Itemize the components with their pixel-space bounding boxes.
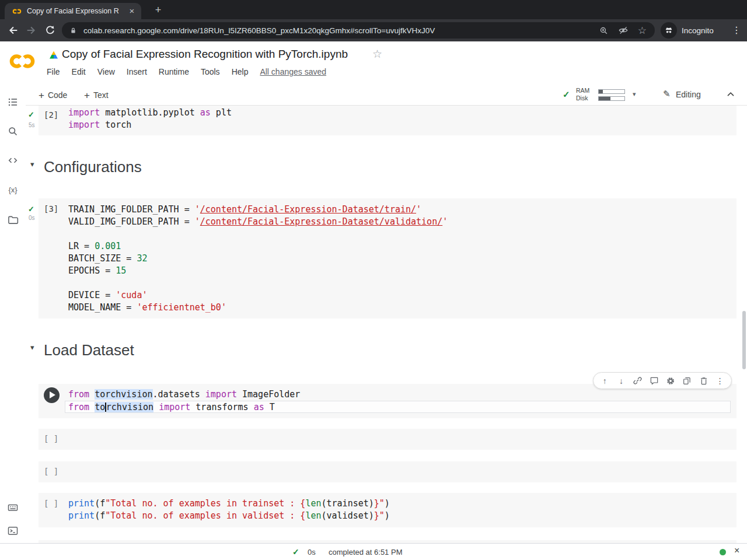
menu-view[interactable]: View bbox=[97, 67, 115, 76]
menu-file[interactable]: File bbox=[47, 67, 60, 76]
execution-count[interactable]: [3] bbox=[44, 204, 58, 214]
collapse-header-icon[interactable] bbox=[725, 89, 736, 100]
add-code-button[interactable]: + Code bbox=[39, 89, 67, 102]
status-message: completed at 6:51 PM bbox=[329, 548, 402, 556]
connection-status-dot bbox=[720, 549, 726, 555]
plus-icon: + bbox=[84, 90, 90, 100]
drive-icon bbox=[49, 50, 58, 60]
section-load-dataset[interactable]: ▾ Load Dataset bbox=[26, 340, 726, 360]
scrollbar-thumb[interactable] bbox=[742, 311, 746, 369]
incognito-icon bbox=[661, 22, 677, 38]
move-cell-up-icon[interactable]: ↑ bbox=[599, 377, 610, 385]
url-text[interactable]: colab.research.google.com/drive/18RUn_l5… bbox=[83, 26, 593, 35]
menu-tools[interactable]: Tools bbox=[201, 67, 220, 76]
browser-tab-bar: Copy of Facial Expression R × + bbox=[0, 0, 747, 19]
console-icon[interactable] bbox=[6, 501, 20, 514]
code-editor[interactable]: from torchvision.datasets import ImageFo… bbox=[68, 388, 731, 413]
connected-check-icon: ✓ bbox=[563, 89, 570, 100]
disk-label: Disk bbox=[576, 94, 589, 102]
incognito-label: Incognito bbox=[682, 26, 714, 35]
new-tab-button[interactable]: + bbox=[151, 3, 166, 17]
colab-header: Copy of Facial Expression Recognition wi… bbox=[0, 41, 747, 85]
edit-pencil-icon[interactable]: ✎ bbox=[663, 89, 671, 99]
section-title: Load Dataset bbox=[44, 340, 134, 360]
tab-close-icon[interactable]: × bbox=[127, 6, 137, 16]
back-icon[interactable] bbox=[6, 23, 20, 37]
browser-menu-icon[interactable]: ⋮ bbox=[729, 23, 743, 37]
lock-icon[interactable] bbox=[69, 26, 78, 35]
run-cell-button[interactable] bbox=[44, 387, 60, 403]
add-code-label: Code bbox=[48, 90, 67, 100]
plus-icon: + bbox=[39, 90, 44, 100]
notebook-content: ✓ 5s [2] import matplotlib.pyplot as plt… bbox=[26, 106, 747, 543]
menu-runtime[interactable]: Runtime bbox=[159, 67, 189, 76]
omnibox-actions: ☆ bbox=[599, 25, 647, 36]
eye-off-icon[interactable] bbox=[618, 25, 629, 36]
incognito-badge[interactable]: Incognito bbox=[661, 22, 714, 38]
cell-exec-time: 5s bbox=[29, 122, 35, 128]
collapse-section-icon[interactable]: ▾ bbox=[30, 160, 34, 169]
delete-cell-icon[interactable] bbox=[699, 376, 709, 386]
browser-toolbar: colab.research.google.com/drive/18RUn_l5… bbox=[0, 19, 747, 41]
menu-help[interactable]: Help bbox=[232, 67, 249, 76]
code-cell-print[interactable]: [ ] print(f"Total no. of examples in tra… bbox=[39, 493, 736, 527]
browser-tab[interactable]: Copy of Facial Expression R × bbox=[5, 3, 141, 19]
more-cell-actions-icon[interactable]: ⋮ bbox=[715, 377, 725, 385]
menu-edit[interactable]: Edit bbox=[72, 67, 86, 76]
ram-usage-bar bbox=[598, 89, 625, 94]
screen: Copy of Facial Expression R × + colab.re… bbox=[0, 0, 747, 560]
menu-bar: File Edit View Insert Runtime Tools Help… bbox=[47, 67, 326, 76]
section-title: Configurations bbox=[44, 157, 142, 177]
code-cell-imports[interactable]: [2] import matplotlib.pyplot as pltimpor… bbox=[39, 106, 736, 135]
bookmark-star-icon[interactable]: ☆ bbox=[638, 26, 647, 36]
link-cell-icon[interactable] bbox=[633, 376, 643, 386]
execution-count[interactable]: [ ] bbox=[44, 434, 58, 443]
ram-label: RAM bbox=[576, 87, 589, 94]
table-of-contents-icon[interactable] bbox=[6, 95, 20, 109]
resource-labels[interactable]: RAM Disk bbox=[576, 87, 589, 102]
resources-dropdown-icon[interactable]: ▾ bbox=[633, 90, 636, 98]
menu-insert[interactable]: Insert bbox=[127, 67, 147, 76]
status-exec-time: 0s bbox=[308, 548, 316, 556]
terminal-icon[interactable] bbox=[6, 524, 20, 538]
notebook-title[interactable]: Copy of Facial Expression Recognition wi… bbox=[62, 48, 348, 61]
move-cell-down-icon[interactable]: ↓ bbox=[616, 377, 626, 385]
editing-mode-label[interactable]: Editing bbox=[676, 90, 701, 99]
execution-count[interactable]: [ ] bbox=[44, 499, 58, 508]
cell-exec-time: 0s bbox=[29, 215, 35, 221]
cell-settings-gear-icon[interactable] bbox=[665, 376, 676, 386]
url-bar[interactable]: colab.research.google.com/drive/18RUn_l5… bbox=[62, 22, 655, 38]
code-editor[interactable]: import matplotlib.pyplot as pltimport to… bbox=[68, 107, 731, 131]
add-text-button[interactable]: + Text bbox=[84, 89, 109, 102]
execution-count[interactable]: [2] bbox=[44, 110, 58, 120]
code-cell-config[interactable]: [3] TRAIN_IMG_FOLDER_PATH = '/content/Fa… bbox=[39, 198, 736, 318]
collapse-section-icon[interactable]: ▾ bbox=[30, 343, 34, 352]
variables-icon[interactable]: {x} bbox=[6, 183, 20, 197]
colab-favicon-icon bbox=[12, 8, 22, 15]
left-sidebar-rail: {x} bbox=[0, 85, 26, 543]
execution-count[interactable]: [ ] bbox=[44, 467, 58, 476]
code-editor[interactable]: print(f"Total no. of examples in trainse… bbox=[68, 498, 731, 522]
resource-bars[interactable] bbox=[598, 89, 625, 103]
add-comment-icon[interactable] bbox=[649, 376, 659, 386]
cell-success-icon: ✓ bbox=[28, 205, 34, 214]
code-cell-empty[interactable]: [ ] bbox=[39, 461, 736, 482]
save-status-link[interactable]: All changes saved bbox=[260, 67, 326, 76]
status-bar: ✓ 0s completed at 6:51 PM × bbox=[0, 543, 747, 560]
section-configurations[interactable]: ▾ Configurations bbox=[26, 157, 726, 177]
forward-icon[interactable] bbox=[25, 23, 39, 37]
code-snippets-icon[interactable] bbox=[6, 153, 20, 167]
search-icon[interactable] bbox=[6, 124, 20, 138]
status-close-icon[interactable]: × bbox=[734, 545, 739, 556]
copy-cell-icon[interactable] bbox=[682, 376, 692, 386]
reload-icon[interactable] bbox=[43, 23, 57, 37]
disk-usage-bar bbox=[598, 96, 625, 101]
files-folder-icon[interactable] bbox=[6, 213, 20, 227]
code-editor[interactable]: TRAIN_IMG_FOLDER_PATH = '/content/Facial… bbox=[68, 204, 731, 314]
cell-toolbar: ↑ ↓ ⋮ bbox=[593, 372, 732, 389]
cell-success-icon: ✓ bbox=[28, 110, 34, 119]
colab-logo[interactable] bbox=[7, 50, 37, 72]
star-notebook-icon[interactable]: ☆ bbox=[372, 47, 382, 61]
code-cell-empty[interactable]: [ ] bbox=[39, 429, 736, 450]
zoom-icon[interactable] bbox=[599, 26, 609, 36]
